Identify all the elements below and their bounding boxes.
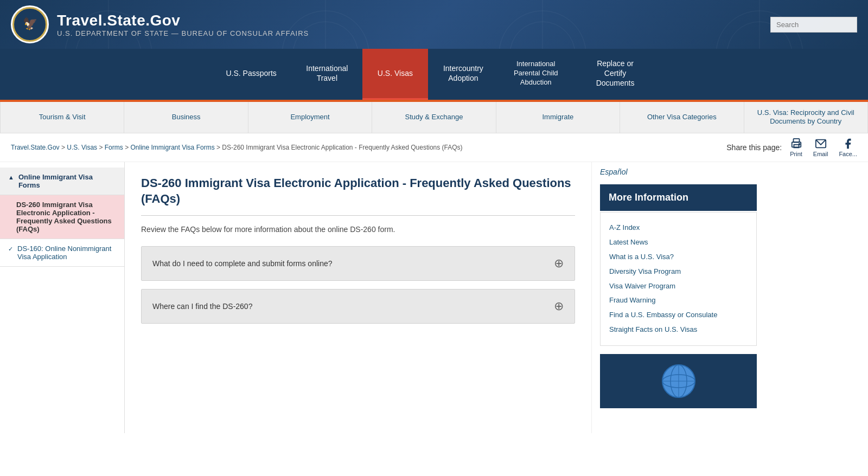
more-info-links: A-Z Index Latest News What is a U.S. Vis… <box>600 212 757 345</box>
globe-box <box>600 354 757 408</box>
right-sidebar: Español More Information A-Z Index Lates… <box>591 162 765 433</box>
breadcrumb-forms[interactable]: Forms <box>105 144 123 151</box>
sidebar-item-ds260-faq[interactable]: DS-260 Immigrant Visa Electronic Applica… <box>0 195 124 239</box>
subnav-tourism[interactable]: Tourism & Visit <box>0 102 124 133</box>
nav-international-travel[interactable]: InternationalTravel <box>292 49 362 100</box>
email-label: Email <box>813 151 828 157</box>
sidebar-arrow-up: ▲ <box>8 174 14 181</box>
faq-question-1: What do I need to complete and submit fo… <box>152 259 333 268</box>
breadcrumb-sep4: > <box>216 144 222 151</box>
link-find-embassy[interactable]: Find a U.S. Embassy or Consulate <box>609 308 748 323</box>
subnav-reciprocity[interactable]: U.S. Visa: Reciprocity and Civil Documen… <box>744 102 868 133</box>
link-diversity-visa[interactable]: Diversity Visa Program <box>609 265 748 279</box>
nav-replace-certify[interactable]: Replace or CertifyDocuments <box>573 49 658 100</box>
breadcrumb-online-forms[interactable]: Online Immigrant Visa Forms <box>130 144 214 151</box>
svg-point-6 <box>799 144 800 145</box>
page-description: Review the FAQs below for more informati… <box>141 224 575 235</box>
sidebar-label-online-immigrant: Online Immigrant Visa Forms <box>18 173 116 189</box>
facebook-button[interactable]: Face... <box>839 138 857 157</box>
link-az-index[interactable]: A-Z Index <box>609 221 748 235</box>
content-wrapper: ▲ Online Immigrant Visa Forms DS-260 Imm… <box>0 162 868 433</box>
link-what-is-visa[interactable]: What is a U.S. Visa? <box>609 250 748 265</box>
nav-intercountry-adoption[interactable]: IntercountryAdoption <box>428 49 499 100</box>
sidebar-item-ds160[interactable]: ✓ DS-160: Online Nonimmigrant Visa Appli… <box>0 239 124 267</box>
breadcrumb-current: DS-260 Immigrant Visa Electronic Applica… <box>222 144 462 151</box>
main-content: DS-260 Immigrant Visa Electronic Applica… <box>125 162 591 433</box>
facebook-label: Face... <box>839 151 857 157</box>
link-straight-facts[interactable]: Straight Facts on U.S. Visas <box>609 323 748 337</box>
share-label: Share this page: <box>726 143 782 152</box>
print-button[interactable]: Print <box>790 138 802 157</box>
print-label: Print <box>790 151 802 157</box>
site-header: 🦅 Travel.State.Gov U.S. DEPARTMENT of ST… <box>0 0 868 49</box>
globe-icon <box>657 359 700 403</box>
left-sidebar: ▲ Online Immigrant Visa Forms DS-260 Imm… <box>0 162 125 433</box>
svg-rect-5 <box>794 145 799 148</box>
seal-logo: 🦅 <box>11 5 49 43</box>
page-title: DS-260 Immigrant Visa Electronic Applica… <box>141 176 575 207</box>
main-navigation: U.S. Passports InternationalTravel U.S. … <box>0 49 868 100</box>
link-latest-news[interactable]: Latest News <box>609 235 748 250</box>
search-container <box>770 17 857 33</box>
sub-navigation: Tourism & Visit Business Employment Stud… <box>0 102 868 134</box>
subnav-employment[interactable]: Employment <box>248 102 372 133</box>
subnav-study[interactable]: Study & Exchange <box>372 102 496 133</box>
share-icons: Print Email Face... <box>790 138 857 157</box>
subnav-other-visa[interactable]: Other Visa Categories <box>620 102 744 133</box>
breadcrumb-sep2: > <box>99 144 104 151</box>
faq-item-2[interactable]: Where can I find the DS-260? ⊕ <box>141 289 575 324</box>
site-subtitle: U.S. DEPARTMENT of STATE — BUREAU of CON… <box>57 29 309 37</box>
faq-question-2: Where can I find the DS-260? <box>152 302 252 311</box>
search-input[interactable] <box>770 17 857 33</box>
breadcrumb-home[interactable]: Travel.State.Gov <box>11 144 60 151</box>
faq-expand-2[interactable]: ⊕ <box>554 299 564 313</box>
more-info-title: More Information <box>609 192 688 203</box>
email-button[interactable]: Email <box>813 138 828 157</box>
site-name: Travel.State.Gov <box>57 12 309 29</box>
svg-rect-3 <box>793 139 799 142</box>
breadcrumb: Travel.State.Gov > U.S. Visas > Forms > … <box>11 144 463 151</box>
sidebar-item-online-immigrant[interactable]: ▲ Online Immigrant Visa Forms <box>0 168 124 195</box>
faq-expand-1[interactable]: ⊕ <box>554 256 564 271</box>
breadcrumb-bar: Travel.State.Gov > U.S. Visas > Forms > … <box>0 133 868 162</box>
sidebar-label-ds260-faq: DS-260 Immigrant Visa Electronic Applica… <box>16 201 116 233</box>
more-info-box: More Information <box>600 184 757 211</box>
subnav-business[interactable]: Business <box>124 102 248 133</box>
sidebar-label-ds160: DS-160: Online Nonimmigrant Visa Applica… <box>17 245 116 261</box>
link-fraud-warning[interactable]: Fraud Warning <box>609 293 748 308</box>
breadcrumb-sep3: > <box>125 144 130 151</box>
header-left: 🦅 Travel.State.Gov U.S. DEPARTMENT of ST… <box>11 5 309 43</box>
nav-passports[interactable]: U.S. Passports <box>210 49 291 100</box>
breadcrumb-us-visas[interactable]: U.S. Visas <box>67 144 97 151</box>
nav-international-parental[interactable]: InternationalParental ChildAbduction <box>499 49 573 100</box>
faq-item-1[interactable]: What do I need to complete and submit fo… <box>141 246 575 281</box>
nav-us-visas[interactable]: U.S. Visas <box>362 49 428 100</box>
link-visa-waiver[interactable]: Visa Waiver Program <box>609 279 748 294</box>
subnav-immigrate[interactable]: Immigrate <box>496 102 620 133</box>
espanol-link[interactable]: Español <box>600 168 757 176</box>
header-title: Travel.State.Gov U.S. DEPARTMENT of STAT… <box>57 12 309 37</box>
breadcrumb-sep1: > <box>61 144 67 151</box>
sidebar-arrow-check: ✓ <box>8 246 13 253</box>
title-divider <box>141 215 575 216</box>
svg-text:🦅: 🦅 <box>23 16 38 31</box>
share-section: Share this page: Print Email <box>726 138 857 157</box>
